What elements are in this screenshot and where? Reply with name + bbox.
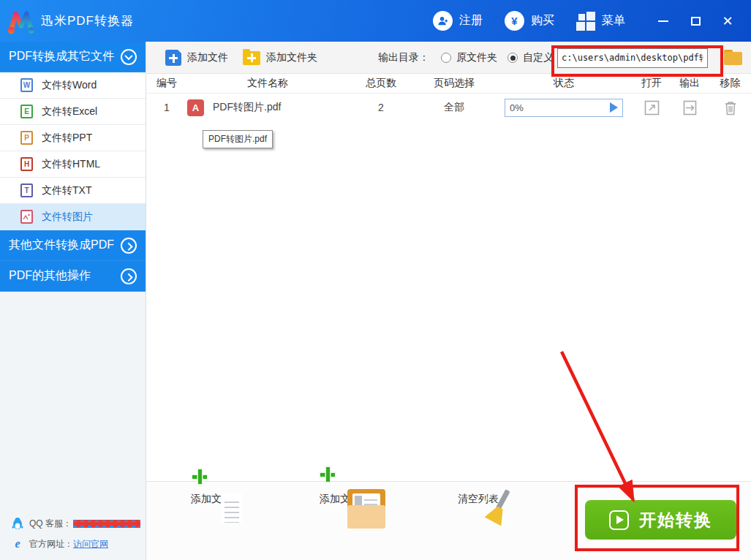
sidebar-section-other-to-pdf[interactable]: 其他文件转换成PDF (0, 230, 146, 261)
progress-value: 0% (510, 102, 524, 113)
toolbar: 添加文件 添加文件夹 输出目录： 原文件夹 自定义 (146, 42, 751, 74)
col-header-open: 打开 (633, 77, 670, 90)
col-header-no: 编号 (146, 77, 187, 90)
page-range[interactable]: 全部 (414, 101, 494, 114)
html-doc-icon: H (20, 157, 33, 171)
qq-service-label: QQ 客服： (29, 518, 72, 530)
radio-source-label: 原文件夹 (456, 51, 497, 64)
ppt-doc-icon: P (20, 131, 33, 145)
minimize-button[interactable] (647, 7, 679, 36)
sidebar-item-txt[interactable]: T 文件转TXT (0, 178, 146, 204)
txt-doc-icon: T (20, 183, 33, 197)
add-file-button[interactable]: 添加文件 (165, 42, 228, 74)
sidebar-item-label: 文件转PPT (42, 132, 92, 145)
menu-label: 菜单 (602, 13, 625, 29)
sidebar-item-label: 文件转HTML (42, 158, 100, 171)
add-folder-icon (243, 51, 260, 65)
section-label: PDF的其他操作 (9, 268, 121, 284)
start-convert-label: 开始转换 (639, 509, 712, 531)
radio-source-folder[interactable]: 原文件夹 (441, 42, 497, 74)
buy-label: 购买 (531, 13, 554, 29)
row-play-icon[interactable] (610, 102, 618, 113)
sidebar-item-word[interactable]: W 文件转Word (0, 72, 146, 99)
excel-doc-icon: E (20, 105, 33, 118)
sidebar-item-excel[interactable]: E 文件转Excel (0, 99, 146, 125)
output-dir-label: 输出目录： (378, 42, 429, 74)
section-label: PDF转换成其它文件 (9, 49, 121, 64)
sidebar-item-label: 文件转TXT (42, 184, 91, 197)
add-folder-button[interactable]: 添加文件夹 (243, 42, 317, 74)
radio-checked-icon (507, 53, 518, 63)
yuan-icon: ¥ (505, 11, 524, 31)
register-label: 注册 (459, 13, 483, 29)
sidebar-footer: QQ 客服： e 官方网址： 访问官网 (0, 513, 146, 554)
sidebar-item-html[interactable]: H 文件转HTML (0, 151, 146, 178)
play-icon (609, 510, 629, 530)
section-label: 其他文件转换成PDF (9, 238, 121, 253)
bottom-add-file-button[interactable]: 添加文件 (176, 488, 246, 506)
col-header-filename: 文件名称 (187, 77, 348, 90)
official-site-label: 官方网址： (29, 538, 73, 550)
sidebar-section-pdf-to-other[interactable]: PDF转换成其它文件 (0, 42, 146, 72)
qq-icon (10, 517, 25, 530)
browse-folder-icon[interactable] (724, 50, 743, 66)
progress-bar: 0% (505, 99, 623, 117)
image-doc-icon (20, 210, 33, 224)
ie-browser-icon: e (10, 537, 25, 550)
pdf-file-icon: A (187, 99, 204, 116)
sidebar-item-label: 文件转Word (42, 79, 97, 92)
register-button[interactable]: 注册 (433, 11, 483, 31)
output-path-input[interactable] (557, 48, 708, 68)
qq-number-redaction-bar (73, 520, 140, 528)
start-convert-button[interactable]: 开始转换 (585, 500, 736, 540)
sidebar-item-image[interactable]: 文件转图片 (0, 204, 146, 230)
app-window: 迅米PDF转换器 注册 ¥ 购买 菜单 ✕ (0, 0, 751, 560)
radio-custom[interactable]: 自定义 (507, 42, 554, 74)
menu-button[interactable]: 菜单 (576, 12, 625, 31)
trash-icon (724, 100, 737, 116)
clear-list-button[interactable]: 清空列表 (443, 488, 513, 506)
app-logo-icon (6, 6, 37, 37)
external-link-icon (644, 100, 660, 116)
maximize-button[interactable] (679, 7, 712, 36)
menu-grid-icon (576, 12, 595, 31)
buy-button[interactable]: ¥ 购买 (505, 11, 554, 31)
col-header-range: 页码选择 (414, 77, 494, 90)
col-header-remove: 移除 (709, 77, 751, 90)
visit-site-link[interactable]: 访问官网 (73, 538, 108, 550)
export-icon (683, 100, 697, 116)
close-button[interactable]: ✕ (712, 7, 744, 36)
col-header-pages: 总页数 (348, 77, 414, 90)
register-user-icon (433, 11, 453, 31)
file-name: PDF转图片.pdf (213, 101, 281, 114)
title-bar: 迅米PDF转换器 注册 ¥ 购买 菜单 ✕ (0, 0, 751, 42)
page-count: 2 (348, 102, 414, 113)
add-file-icon (165, 50, 181, 66)
col-header-output: 输出 (670, 77, 709, 90)
radio-unchecked-icon (441, 53, 451, 63)
radio-custom-label: 自定义 (523, 51, 554, 64)
output-folder-button[interactable] (670, 100, 709, 116)
chevron-down-icon (121, 49, 137, 65)
row-number: 1 (146, 102, 187, 113)
chevron-right-icon (121, 238, 137, 254)
open-file-button[interactable] (633, 100, 670, 116)
app-title: 迅米PDF转换器 (41, 12, 134, 29)
add-file-label: 添加文件 (187, 51, 228, 64)
table-row[interactable]: 1 A PDF转图片.pdf 2 全部 0% (146, 94, 751, 121)
bottom-add-folder-button[interactable]: 添加文件夹 (310, 488, 380, 506)
word-doc-icon: W (20, 78, 33, 92)
sidebar-section-pdf-other-ops[interactable]: PDF的其他操作 (0, 261, 146, 292)
add-folder-label: 添加文件夹 (266, 51, 317, 64)
sidebar-item-label: 文件转Excel (42, 105, 97, 118)
remove-file-button[interactable] (709, 100, 751, 116)
chevron-right-icon (121, 268, 137, 284)
sidebar-item-label: 文件转图片 (42, 211, 93, 224)
sidebar-item-ppt[interactable]: P 文件转PPT (0, 125, 146, 151)
table-header: 编号 文件名称 总页数 页码选择 状态 打开 输出 移除 (146, 74, 751, 94)
sidebar: PDF转换成其它文件 W 文件转Word E 文件转Excel P 文件转PPT… (0, 42, 146, 560)
col-header-status: 状态 (494, 77, 633, 90)
filename-tooltip: PDF转图片.pdf (203, 130, 273, 148)
